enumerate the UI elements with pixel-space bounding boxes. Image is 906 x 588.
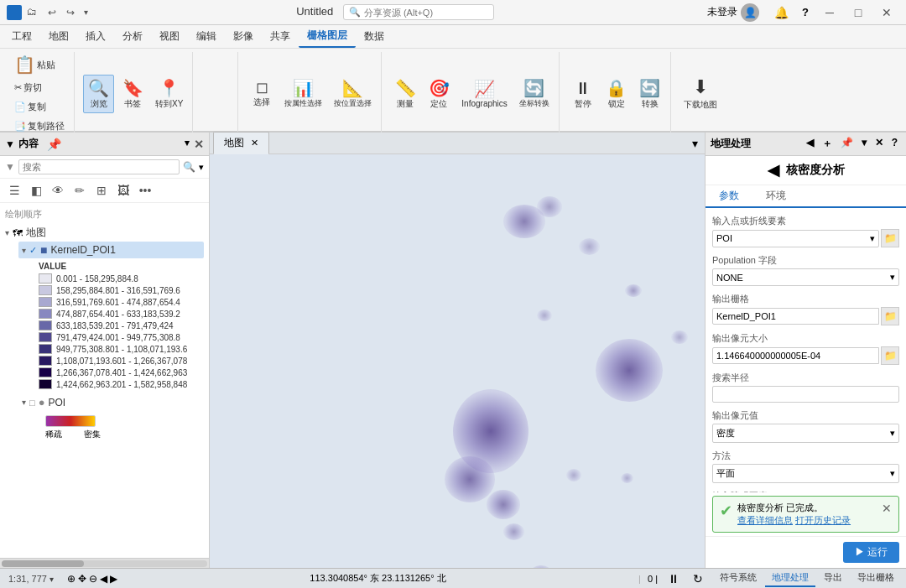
select-by-location-button[interactable]: 📐 按位置选择 [330,75,376,112]
notif-link1[interactable]: 查看详细信息 [737,515,793,525]
poi-layer-item[interactable]: □ ● POI [18,394,204,410]
geo-pin-icon[interactable]: 📌 [837,137,857,151]
panel-pin-button[interactable]: 📌 [47,138,61,151]
image-button[interactable]: 🖼 [114,181,133,200]
input-cell-size[interactable] [712,347,879,364]
bookmark-button[interactable]: 🔖 书签 [117,75,148,112]
menu-insert[interactable]: 插入 [77,26,114,47]
geo-back-btn[interactable]: ◀ [768,161,779,180]
output-raster-folder-btn[interactable]: 📁 [881,307,899,325]
menu-share[interactable]: 共享 [262,26,299,47]
help-icon[interactable]: ? [797,6,814,18]
menu-view[interactable]: 视图 [151,26,188,47]
input-output-raster[interactable] [712,308,879,325]
geo-tab-params[interactable]: 参数 [706,185,752,208]
infographics-button[interactable]: 📈 Infographics [457,76,511,111]
title-search-bar[interactable]: 🔍 [343,4,494,20]
title-search-input[interactable] [364,8,488,18]
download-map-button[interactable]: ⬇ 下载地图 [680,74,721,112]
content-search-icon[interactable]: 🔍 [183,161,195,173]
map-tab-close[interactable]: ✕ [251,138,258,148]
cell-size-folder-btn[interactable]: 📁 [881,346,899,365]
notification-icon[interactable]: 🔔 [769,6,794,19]
menu-analysis[interactable]: 分析 [114,26,151,47]
coord-convert-button[interactable]: 🔄 坐标转换 [515,75,554,112]
maximize-button[interactable]: □ [846,1,871,24]
coord-value: 113.3040854° 东 23.1131265° 北 [310,573,445,583]
select-output-value[interactable]: 密度 ▾ [712,424,899,443]
redo-icon[interactable]: ↪ [64,7,77,18]
lock-button[interactable]: 🔒 锁定 [601,75,632,112]
convert-button[interactable]: 🔄 转换 [635,75,665,112]
select-by-attr-button[interactable]: 📊 按属性选择 [280,75,326,112]
undo-icon[interactable]: ↩ [45,7,59,18]
sb-tab-export[interactable]: 导出 [817,570,849,587]
geo-help-icon[interactable]: ? [888,137,901,151]
edit-button[interactable]: ✏ [70,181,89,200]
sb-tab-symbol[interactable]: 符号系统 [713,570,763,587]
panel-menu-icon[interactable]: ▾ [182,138,192,151]
sb-tab-export-raster[interactable]: 导出栅格 [851,570,901,587]
visibility-button[interactable]: 👁 [49,181,67,200]
grid-button[interactable]: ⊞ [92,181,111,200]
geo-add-icon[interactable]: ＋ [819,137,836,151]
nav-prev-icon[interactable]: ◀ [100,573,107,585]
map-dropdown-icon[interactable]: ▾ [689,137,701,150]
pause-button[interactable]: ⏸ 暂停 [568,75,598,112]
poi-legend: 稀疏 密集 [18,410,204,444]
kernel-layer-item[interactable]: ✓ ■ KernelD_POI1 [18,242,204,258]
nav-pan-icon[interactable]: ✥ [78,573,86,585]
content-search-input[interactable] [18,159,180,174]
list-view-button[interactable]: ☰ [5,181,23,200]
locate-button[interactable]: 🎯 定位 [424,75,454,112]
form-label-population: Population 字段 [712,254,899,267]
geo-back-icon[interactable]: ◀ [803,137,817,151]
nav-zoomout-icon[interactable]: ⊖ [89,573,97,585]
map-tab[interactable]: 地图 ✕ [213,132,269,154]
select-button[interactable]: ◻ 选择 [247,76,277,112]
layer-view-button[interactable]: ◧ [27,181,45,200]
content-scrollbar[interactable] [0,558,209,568]
more-button[interactable]: ••• [136,181,154,200]
notif-close-btn[interactable]: ✕ [882,502,892,515]
scroll-thumb[interactable] [2,560,84,567]
map-layer-header[interactable]: 🗺 地图 [5,224,204,242]
scale-display[interactable]: 1:31, 777 ▾ [5,574,57,584]
sb-tab-geoprocessing[interactable]: 地理处理 [765,570,815,587]
pause-icon-status[interactable]: ⏸ [664,572,683,585]
scale-dropdown[interactable]: ▾ [49,575,54,584]
copy-button[interactable]: 📄 复制 [10,98,69,116]
dropdown-icon[interactable]: ▾ [82,8,90,17]
input-search-radius[interactable] [712,386,899,403]
content-search-dropdown[interactable]: ▾ [199,162,204,173]
menu-project[interactable]: 工程 [3,26,40,47]
select-population[interactable]: NONE ▾ [712,268,899,286]
geo-close-icon[interactable]: ✕ [872,137,887,151]
login-area[interactable]: 未登录 👤 [700,3,766,22]
run-button[interactable]: ▶ 运行 [843,542,899,563]
panel-close-button[interactable]: ✕ [194,138,204,151]
menu-edit[interactable]: 编辑 [188,26,225,47]
minimize-button[interactable]: ─ [817,1,842,24]
menu-imagery[interactable]: 影像 [225,26,262,47]
cut-button[interactable]: ✂ 剪切 [10,79,69,96]
nav-next-icon[interactable]: ▶ [110,573,117,585]
select-method[interactable]: 平面 ▾ [712,464,899,483]
geo-tool-title-text: 核密度分析 [786,163,845,178]
goto-xy-button[interactable]: 📍 转到XY [151,75,187,112]
input-features-folder-btn[interactable]: 📁 [881,229,899,247]
geo-menu-icon[interactable]: ▾ [858,137,870,151]
menu-map[interactable]: 地图 [40,26,77,47]
menu-data[interactable]: 数据 [356,26,393,47]
close-button[interactable]: ✕ [874,1,899,24]
browse-button[interactable]: 🔍 浏览 [83,75,114,113]
select-input-features[interactable]: POI ▾ [712,230,879,247]
notif-link2[interactable]: 打开历史记录 [795,515,851,525]
measure-button[interactable]: 📏 测量 [390,75,420,112]
refresh-icon-status[interactable]: ↻ [690,572,706,585]
nav-zoom-icon[interactable]: ⊕ [67,573,76,585]
paste-button[interactable]: 📋 粘贴 [10,52,69,77]
map-canvas[interactable] [210,154,705,568]
geo-tab-env[interactable]: 环境 [752,185,799,208]
menu-raster-layer[interactable]: 栅格图层 [299,25,356,48]
